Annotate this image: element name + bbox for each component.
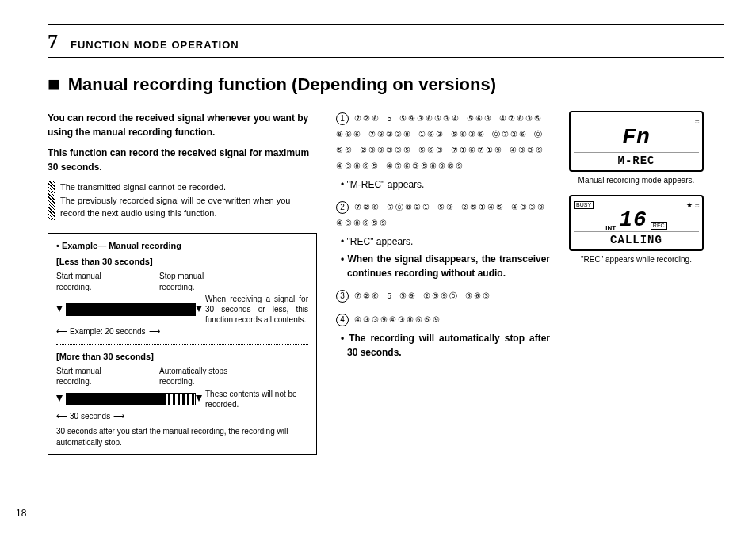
note-line-2: The previously recorded signal will be o… (60, 194, 317, 220)
range-arrow-left-icon: ⟵ (56, 326, 67, 337)
intro-paragraph-1: You can record the received signal whene… (48, 111, 317, 139)
lcd2-int-label: INT (605, 224, 616, 231)
lcd2-star-icon: ★ (686, 201, 693, 209)
page-header: 7 FUNCTION MODE OPERATION (48, 30, 724, 58)
step-4: 4 ④③③⑨④③⑧⑥⑤⑨ • The recording will automa… (336, 312, 550, 360)
d2-side-note: These contents will not be recorded. (205, 389, 308, 409)
lcd2-small: CALLING (574, 231, 699, 246)
heading-bullet-icon: ■ (48, 72, 60, 97)
d1-start-label: Start manual recording. (56, 271, 128, 292)
lcd2-caption: "REC" appears while recording. (569, 254, 704, 265)
step-2: 2 ⑦②⑥ ⑦⓪⑧②① ⑤⑨ ②⑤①④⑤ ④③③⑨④③⑧⑥⑤⑨ • "REC" … (336, 200, 550, 280)
step-4-glyphs: ④③③⑨④③⑧⑥⑤⑨ (354, 316, 441, 325)
lcd-panel-1: ⎓ Fn M-REC (569, 111, 704, 172)
diagram-2: Start manual recording. Automatically st… (56, 366, 308, 422)
d2-start-arrow-icon (56, 395, 63, 403)
chapter-number: 7 (48, 30, 58, 54)
d2-start-label: Start manual recording. (56, 366, 128, 387)
example-footer: 30 seconds after you start the manual re… (56, 426, 308, 447)
lcd1-caption: Manual recording mode appears. (569, 175, 704, 185)
section-heading: ■ Manual recording function (Depending o… (48, 72, 724, 97)
step-2-glyphs: ⑦②⑥ ⑦⓪⑧②① ⑤⑨ ②⑤①④⑤ ④③③⑨④③⑧⑥⑤⑨ (336, 204, 546, 228)
lcd-panel-2: BUSY ★ ⎓ INT 16 REC CALLING (569, 195, 704, 251)
d1-stop-label: Stop manual recording. (159, 271, 231, 292)
range-arrow-right-icon: ⟶ (149, 326, 159, 337)
d2-stop-label: Automatically stops recording. (159, 366, 246, 387)
d2-under-label: 30 seconds (70, 411, 110, 422)
lcd2-busy-badge: BUSY (574, 201, 594, 209)
step-2-bullet-2: • When the signal disappears, the transc… (336, 252, 550, 280)
lcd1-batt-icon: ⎓ (695, 117, 699, 125)
example-sub1: [Less than 30 seconds] (56, 256, 308, 268)
step-1-bullet-1: • "M-REC" appears. (336, 177, 550, 192)
step-3: 3 ⑦②⑥ 5 ⑤⑨ ②⑤⑨⓪ ⑤⑥③ (336, 288, 550, 304)
diagram-1: Start manual recording. Stop manual reco… (56, 271, 308, 337)
d1-under-label: Example: 20 seconds (70, 326, 146, 337)
lcd1-big: Fn (574, 127, 699, 149)
lcd2-batt-icon: ⎓ (695, 201, 699, 209)
step-1: 1 ⑦②⑥ 5 ⑤⑨③⑥⑤③④ ⑤⑥③ ④⑦⑥③⑤⑧⑨⑥ ⑦⑨③③⑧ ①⑥③ ⑤… (336, 111, 550, 192)
step-1-glyphs: ⑦②⑥ 5 ⑤⑨③⑥⑤③④ ⑤⑥③ ④⑦⑥③⑤⑧⑨⑥ ⑦⑨③③⑧ ①⑥③ ⑤⑥③… (336, 115, 544, 171)
d1-start-arrow-icon (56, 306, 63, 314)
hatch-border-icon (48, 181, 55, 220)
note-line-1: The transmitted signal cannot be recorde… (60, 181, 317, 194)
step-3-badge: 3 (336, 290, 349, 303)
section-title: Manual recording function (Depending on … (68, 74, 496, 95)
d1-side-note: When receiving a signal for 30 seconds o… (205, 294, 308, 325)
range-arrow-left-icon: ⟵ (56, 411, 67, 422)
lcd1-small: M-REC (574, 152, 699, 167)
example-box: • Example— Manual recording [Less than 3… (48, 233, 317, 455)
step-2-badge: 2 (336, 201, 349, 214)
notes-block: The transmitted signal cannot be recorde… (48, 181, 317, 220)
page-number: 18 (16, 508, 26, 519)
d2-stop-arrow-icon (196, 395, 202, 403)
step-2-bullet-1: • "REC" appears. (336, 234, 550, 249)
step-3-glyphs: ⑦②⑥ 5 ⑤⑨ ②⑤⑨⓪ ⑤⑥③ (354, 292, 491, 301)
lcd2-rec-badge: REC (651, 222, 667, 230)
d1-stop-arrow-icon (196, 306, 202, 314)
chapter-title: FUNCTION MODE OPERATION (71, 39, 239, 51)
range-arrow-right-icon: ⟶ (113, 411, 124, 422)
step-4-bullet-1: • The recording will automatically stop … (336, 331, 550, 360)
step-1-badge: 1 (336, 112, 349, 125)
example-title: • Example— Manual recording (56, 240, 308, 252)
step-4-badge: 4 (336, 314, 349, 326)
lcd2-big: 16 (619, 209, 647, 231)
example-sub2: [More than 30 seconds] (56, 351, 308, 363)
intro-paragraph-2: This function can record the received si… (48, 146, 317, 174)
